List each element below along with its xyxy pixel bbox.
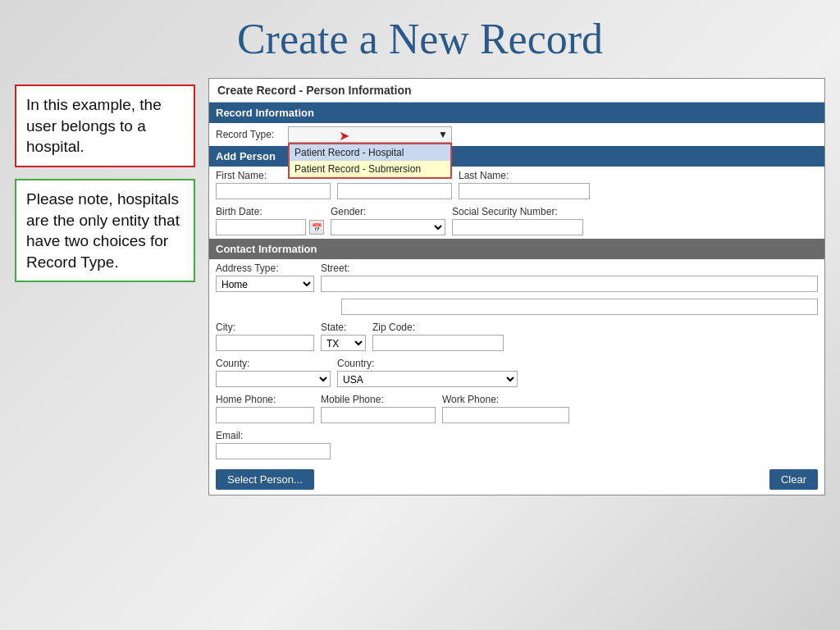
ssn-group: Social Security Number: <box>452 206 583 235</box>
address-type-street-row: Address Type: Home Work Other Street: <box>209 259 824 295</box>
zip-label: Zip Code: <box>372 322 504 333</box>
email-group: Email: <box>216 430 331 459</box>
street-group: Street: <box>321 262 818 292</box>
phone-row: Home Phone: Mobile Phone: Work Phone: <box>209 390 824 427</box>
home-phone-group: Home Phone: <box>216 394 314 423</box>
street-input-2[interactable] <box>341 299 818 315</box>
zip-group: Zip Code: <box>372 322 504 351</box>
work-phone-input[interactable] <box>442 407 569 423</box>
email-label: Email: <box>216 430 331 441</box>
state-group: State: TX CA NY <box>321 322 366 351</box>
annotation-box-1: In this example, the user belongs to a h… <box>15 84 195 167</box>
record-type-option-submersion[interactable]: Patient Record - Submersion <box>290 161 450 177</box>
record-type-label: Record Type: <box>216 129 281 140</box>
calendar-icon[interactable]: 📅 <box>309 220 324 235</box>
mobile-phone-group: Mobile Phone: <box>321 394 436 423</box>
ssn-input[interactable] <box>452 219 583 235</box>
section-contact-info: Contact Information <box>209 239 824 259</box>
record-type-option-hospital[interactable]: Patient Record - Hospital <box>290 144 450 161</box>
email-row: Email: <box>209 427 824 463</box>
county-group: County: <box>216 358 331 387</box>
gender-select[interactable]: Male Female <box>331 219 445 235</box>
form-panel-title: Create Record - Person Information <box>209 79 824 103</box>
mobile-phone-input[interactable] <box>321 407 436 423</box>
form-panel: Create Record - Person Information Recor… <box>208 78 825 495</box>
mobile-phone-label: Mobile Phone: <box>321 394 436 405</box>
city-input[interactable] <box>216 335 314 351</box>
country-select[interactable]: USA Canada Mexico <box>337 371 518 387</box>
work-phone-label: Work Phone: <box>442 394 569 405</box>
birth-date-input[interactable] <box>216 219 306 235</box>
form-buttons: Select Person... Clear <box>209 463 824 495</box>
gender-group: Gender: Male Female <box>331 206 445 235</box>
gender-label: Gender: <box>331 206 445 217</box>
section-record-info: Record Information <box>209 103 824 123</box>
street-input-1[interactable] <box>321 276 818 292</box>
ssn-label: Social Security Number: <box>452 206 583 217</box>
zip-input[interactable] <box>372 335 504 351</box>
last-name-input[interactable] <box>459 183 590 199</box>
record-type-display[interactable]: ▼ <box>288 126 452 143</box>
email-input[interactable] <box>216 443 331 459</box>
record-type-options: Patient Record - Hospital Patient Record… <box>288 143 452 179</box>
address-type-group: Address Type: Home Work Other <box>216 262 314 292</box>
select-person-button[interactable]: Select Person... <box>216 469 314 490</box>
birth-date-group: Birth Date: 📅 <box>216 206 324 235</box>
last-name-group: Last Name: <box>459 170 590 199</box>
country-label: Country: <box>337 358 518 369</box>
street2-row <box>209 295 824 318</box>
street-label: Street: <box>321 262 818 274</box>
middle-name-input[interactable] <box>337 183 452 199</box>
county-label: County: <box>216 358 331 369</box>
left-annotations: In this example, the user belongs to a h… <box>15 84 195 282</box>
record-type-row: Record Type: ▼ Patient Record - Hospital… <box>209 123 824 146</box>
country-group: Country: USA Canada Mexico <box>337 358 518 387</box>
state-label: State: <box>321 322 366 333</box>
city-state-zip-row: City: State: TX CA NY Zip Code: <box>209 318 824 354</box>
birth-gender-row: Birth Date: 📅 Gender: Male Female Social… <box>209 203 824 239</box>
red-arrow-icon: ➤ <box>339 128 349 144</box>
street2-group <box>341 299 818 315</box>
city-label: City: <box>216 322 314 333</box>
county-select[interactable] <box>216 371 331 387</box>
home-phone-label: Home Phone: <box>216 394 314 405</box>
address-type-select[interactable]: Home Work Other <box>216 276 314 292</box>
clear-button[interactable]: Clear <box>769 469 818 490</box>
home-phone-input[interactable] <box>216 407 314 423</box>
city-group: City: <box>216 322 314 351</box>
record-type-dropdown-container: ▼ Patient Record - Hospital Patient Reco… <box>288 126 452 143</box>
state-select[interactable]: TX CA NY <box>321 335 366 351</box>
annotation-box-2: Please note, hospitals are the only enti… <box>15 179 195 283</box>
county-country-row: County: Country: USA Canada Mexico <box>209 354 824 390</box>
first-name-input[interactable] <box>216 183 331 199</box>
birth-date-label: Birth Date: <box>216 206 324 217</box>
address-type-label: Address Type: <box>216 262 314 274</box>
last-name-label: Last Name: <box>459 170 590 181</box>
page-title: Create a New Record <box>0 0 840 75</box>
work-phone-group: Work Phone: <box>442 394 569 423</box>
